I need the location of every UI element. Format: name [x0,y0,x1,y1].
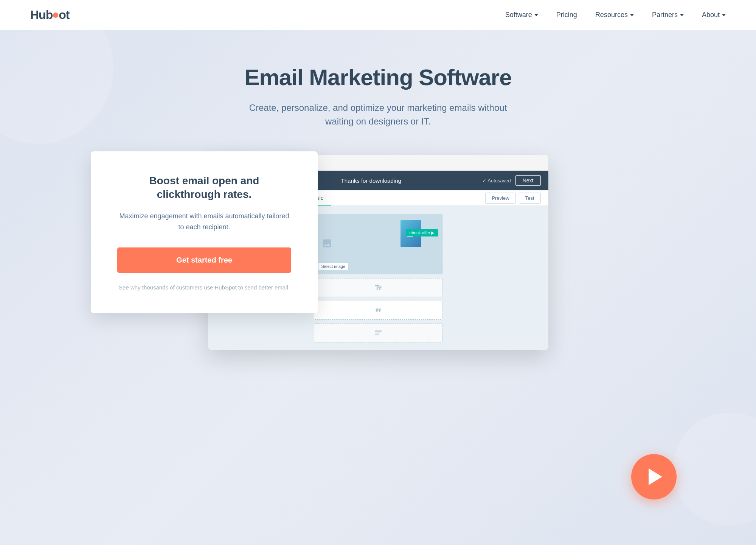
text-icon [374,283,382,292]
floating-card: Boost email open and clickthrough rates.… [91,151,318,313]
nav-links: Software Pricing Resources Partners Abou… [505,11,726,19]
nav-label-partners: Partners [652,11,678,19]
nav-link-software[interactable]: Software [505,11,538,19]
hero-section: Email Marketing Software Create, persona… [0,30,756,545]
nav-link-about[interactable]: About [702,11,726,19]
autosaved-label: ✓ Autosaved [482,178,511,184]
nav-link-partners[interactable]: Partners [652,11,684,19]
navbar: Hubot Software Pricing Resources Partner… [0,0,756,30]
hubspot-dot [53,12,58,18]
quote-icon [374,306,382,314]
chevron-down-icon [722,14,726,16]
chevron-down-icon [534,14,538,16]
nav-item-partners[interactable]: Partners [652,11,684,19]
hero-subtitle: Create, personalize, and optimize your m… [242,101,514,128]
email-image-block: ebook offer ▶ Select image [314,214,442,274]
cta-button[interactable]: Get started free [117,247,291,273]
chevron-down-icon [680,14,684,16]
nav-label-resources: Resources [595,11,628,19]
svg-rect-0 [374,331,381,332]
logo-text: Hubot [30,8,69,22]
image-placeholder-icon [322,238,332,250]
chevron-down-icon [630,14,634,16]
toolbar-center-text: Thanks for downloading [341,177,401,184]
email-editor-area: ebook offer ▶ Select image [310,214,446,342]
play-triangle-icon [649,468,662,485]
tab-right-buttons: Preview Test [485,193,540,204]
email-quote-block [314,301,442,320]
nav-label-software: Software [505,11,532,19]
logo[interactable]: Hubot [30,8,69,22]
email-text-block-1 [314,278,442,297]
nav-label-pricing: Pricing [556,11,577,19]
nav-label-about: About [702,11,720,19]
card-title: Boost email open and clickthrough rates. [117,174,291,202]
toolbar-right-area: ✓ Autosaved Next [482,175,540,186]
preview-button[interactable]: Preview [485,193,515,204]
nav-link-pricing[interactable]: Pricing [556,11,577,19]
nav-item-software[interactable]: Software [505,11,538,19]
test-button[interactable]: Test [519,193,541,204]
footer-text-icon [374,330,382,336]
bg-decoration-2 [673,412,756,526]
play-button[interactable] [631,454,677,499]
svg-rect-1 [374,333,380,333]
ebook-offer-badge: ebook offer ▶ [406,229,438,236]
nav-item-about[interactable]: About [702,11,726,19]
next-button[interactable]: Next [515,175,541,186]
card-footnote: See why thousands of customers use HubSp… [119,284,290,291]
nav-link-resources[interactable]: Resources [595,11,634,19]
select-image-button[interactable]: Select image [318,263,349,270]
card-description: Maximize engagement with emails automati… [117,211,291,233]
hero-title: Email Marketing Software [244,64,511,90]
svg-rect-2 [374,334,379,335]
nav-item-resources[interactable]: Resources [595,11,634,19]
nav-item-pricing[interactable]: Pricing [556,11,577,19]
email-footer-block [314,324,442,342]
bg-decoration-1 [0,30,113,144]
image-icon [322,238,332,249]
